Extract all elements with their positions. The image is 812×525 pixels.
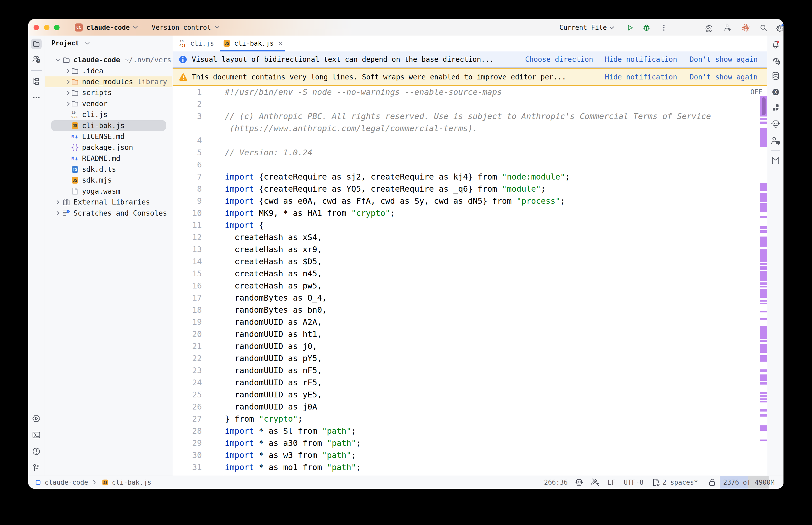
- notifications-button[interactable]: [770, 39, 781, 50]
- banner-link-don-t-show-again[interactable]: Don't show again: [690, 55, 758, 63]
- chevron-down-icon[interactable]: [55, 57, 61, 63]
- breadcrumb-project[interactable]: claude-code: [45, 479, 88, 486]
- chevron-right-icon[interactable]: [65, 68, 71, 74]
- tree-item--idea[interactable]: .idea: [45, 65, 172, 76]
- ai-spiral-icon[interactable]: [704, 24, 712, 32]
- encoding-widget[interactable]: UTF-8: [624, 476, 644, 489]
- zoom-button[interactable]: [54, 25, 60, 30]
- plugin-x-button[interactable]: X: [770, 87, 781, 97]
- line-number[interactable]: 6: [173, 159, 202, 171]
- line-number[interactable]: 16: [173, 280, 202, 292]
- tree-item-license-md[interactable]: MLICENSE.md: [45, 131, 172, 142]
- tree-item-scripts[interactable]: scripts: [45, 87, 172, 98]
- copilot-chat-button[interactable]: [770, 135, 781, 146]
- memory-widget[interactable]: 2376 of 4900M: [723, 476, 774, 489]
- project-tool-button[interactable]: [31, 39, 42, 49]
- search-everywhere-icon[interactable]: [759, 24, 768, 32]
- line-number[interactable]: 24: [173, 376, 202, 389]
- code-with-me-icon[interactable]: [723, 24, 732, 32]
- line-number[interactable]: 3: [173, 110, 202, 122]
- debug-icon[interactable]: [643, 24, 650, 32]
- chevron-right-icon[interactable]: [55, 210, 61, 216]
- editor-tab-cli-js[interactable]: 10oJScli.js: [176, 35, 220, 51]
- pull-requests-tool-button[interactable]: ?: [31, 54, 42, 65]
- more-tools-button[interactable]: [31, 92, 42, 103]
- line-number[interactable]: 4: [173, 134, 202, 147]
- editor-scrollbar[interactable]: [760, 86, 767, 476]
- line-number[interactable]: 21: [173, 340, 202, 352]
- run-configuration-selector[interactable]: Current File: [559, 19, 607, 35]
- line-number[interactable]: 7: [173, 171, 202, 183]
- tree-item-yoga-wasm[interactable]: yoga.wasm: [45, 186, 172, 197]
- scrollbar-thumb[interactable]: [762, 97, 766, 115]
- indent-widget[interactable]: 2 spaces*: [662, 476, 698, 489]
- tree-item-cli-js[interactable]: 10oJScli.js: [45, 109, 172, 120]
- lock-open-icon[interactable]: [708, 476, 716, 489]
- minimize-button[interactable]: [44, 25, 49, 30]
- editor-tab-cli-bak-js[interactable]: JScli-bak.js: [220, 35, 285, 51]
- terminal-tool-button[interactable]: [31, 430, 42, 440]
- services-tool-button[interactable]: [31, 413, 42, 424]
- ai-completion-off-icon[interactable]: [591, 476, 600, 489]
- maven-button[interactable]: [770, 155, 781, 166]
- caret-position-widget[interactable]: 266:36: [544, 476, 568, 489]
- line-number[interactable]: 9: [173, 195, 202, 207]
- line-number[interactable]: 30: [173, 449, 202, 461]
- tree-item-readme-md[interactable]: MREADME.md: [45, 153, 172, 164]
- line-number[interactable]: 18: [173, 304, 202, 316]
- more-kebab-icon[interactable]: [660, 24, 668, 32]
- breadcrumb-file[interactable]: cli-bak.js: [112, 479, 151, 486]
- banner-link-hide-notification[interactable]: Hide notification: [605, 73, 677, 81]
- chevron-right-icon[interactable]: [65, 90, 71, 96]
- chevron-right-icon[interactable]: [65, 79, 71, 85]
- line-number[interactable]: 22: [173, 352, 202, 364]
- line-number[interactable]: 20: [173, 328, 202, 340]
- chevron-right-icon[interactable]: [65, 101, 71, 107]
- line-number[interactable]: 28: [173, 425, 202, 437]
- tree-item-cli-bak-js[interactable]: JScli-bak.js: [45, 120, 172, 131]
- line-number[interactable]: 27: [173, 413, 202, 425]
- tree-item-node-modules[interactable]: node_moduleslibrary: [45, 76, 172, 87]
- plugin-pinwheel-button[interactable]: [770, 102, 781, 113]
- tree-item-sdk-d-ts[interactable]: TSsdk.d.ts: [45, 164, 172, 175]
- tree-item-claude-code[interactable]: claude-code~/.nvm/vers: [45, 55, 172, 65]
- settings-gear-icon[interactable]: [776, 24, 783, 32]
- line-number[interactable]: 31: [173, 461, 202, 473]
- copilot-status-icon[interactable]: [575, 476, 584, 489]
- line-number[interactable]: 14: [173, 255, 202, 268]
- line-number[interactable]: 17: [173, 292, 202, 304]
- version-control-tool-button[interactable]: [31, 463, 42, 473]
- vcs-widget[interactable]: Version control: [152, 19, 211, 35]
- project-panel-header[interactable]: Project: [51, 38, 90, 48]
- line-number[interactable]: 15: [173, 268, 202, 280]
- line-number[interactable]: 29: [173, 437, 202, 449]
- run-icon[interactable]: [626, 24, 634, 32]
- project-selector[interactable]: claude-code: [86, 19, 130, 35]
- chevron-right-icon[interactable]: [55, 199, 61, 205]
- banner-link-choose-direction[interactable]: Choose direction: [525, 55, 593, 63]
- code-editor[interactable]: OFF 1#!/usr/bin/env -S node --no-warning…: [173, 86, 767, 476]
- line-number[interactable]: 8: [173, 183, 202, 195]
- line-number[interactable]: 19: [173, 316, 202, 328]
- line-number[interactable]: 2: [173, 98, 202, 110]
- ai-assistant-button[interactable]: [770, 55, 781, 66]
- line-number[interactable]: 23: [173, 364, 202, 376]
- line-number[interactable]: 13: [173, 243, 202, 255]
- structure-tool-button[interactable]: [31, 76, 42, 87]
- banner-link-hide-notification[interactable]: Hide notification: [605, 55, 677, 63]
- line-separator-widget[interactable]: LF: [608, 476, 616, 489]
- indent-config-icon[interactable]: [652, 476, 660, 489]
- line-number[interactable]: 25: [173, 389, 202, 401]
- tree-item-sdk-mjs[interactable]: JSsdk.mjs: [45, 175, 172, 185]
- tree-item-vendor[interactable]: vendor: [45, 98, 172, 109]
- problems-tool-button[interactable]: [31, 446, 42, 457]
- copilot-button[interactable]: [770, 119, 781, 129]
- tree-item-external-libraries[interactable]: External Libraries: [45, 197, 172, 208]
- tree-item-scratches-and-consoles[interactable]: Scratches and Consoles: [45, 208, 172, 219]
- line-number[interactable]: 12: [173, 231, 202, 243]
- line-number[interactable]: 26: [173, 401, 202, 413]
- line-number[interactable]: 11: [173, 219, 202, 231]
- close-button[interactable]: [33, 25, 39, 30]
- close-icon[interactable]: [278, 41, 283, 46]
- line-number[interactable]: 1: [173, 86, 202, 98]
